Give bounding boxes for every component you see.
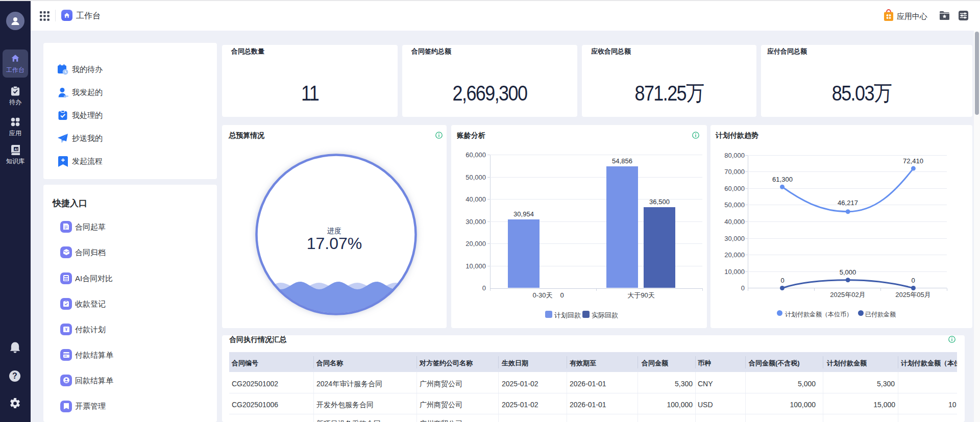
svg-text:AI: AI xyxy=(14,147,18,151)
